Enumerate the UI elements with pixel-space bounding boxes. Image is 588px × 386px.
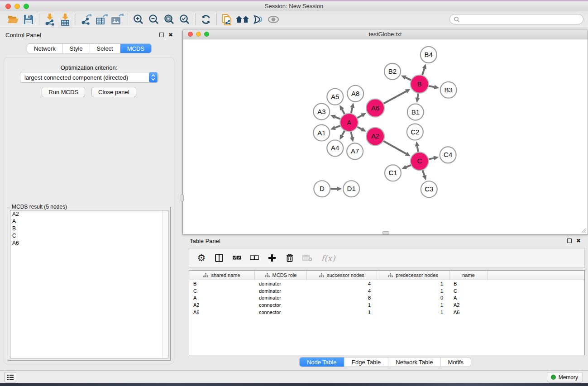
column-header-MCDS-role[interactable]: MCDS role [255, 271, 307, 280]
tab-style[interactable]: Style [63, 44, 90, 53]
close-window-button[interactable] [5, 4, 11, 9]
mcds-result-item[interactable]: C [10, 232, 168, 239]
search-input[interactable] [460, 15, 583, 24]
task-history-button[interactable] [4, 372, 16, 382]
graph-edge-B-B2[interactable] [406, 77, 411, 80]
float-table-panel-icon[interactable] [567, 238, 572, 243]
tab-edge-table[interactable]: Edge Table [344, 357, 388, 367]
table-cell[interactable]: A [189, 295, 255, 300]
mcds-result-item[interactable]: A2 [10, 210, 168, 218]
graph-edge-A2-C[interactable] [383, 141, 406, 154]
table-cell[interactable]: 0 [377, 295, 449, 300]
table-cell[interactable]: 4 [307, 281, 377, 286]
graph-edge-C-C3[interactable] [423, 170, 425, 176]
table-cell[interactable]: 1 [377, 281, 449, 286]
import-network-icon[interactable] [42, 13, 57, 26]
tab-select[interactable]: Select [90, 44, 120, 53]
table-cell[interactable]: 1 [377, 302, 449, 308]
graph-edge-A-A2[interactable] [358, 127, 362, 129]
table-cell[interactable]: 1 [307, 302, 377, 308]
import-table-icon[interactable] [57, 13, 73, 26]
column-header-successor-nodes[interactable]: successor nodes [307, 271, 377, 280]
table-cell[interactable]: dominator [255, 295, 307, 300]
run-mcds-button[interactable]: Run MCDS [42, 87, 85, 97]
mcds-result-item[interactable]: A6 [10, 239, 168, 247]
open-file-icon[interactable] [5, 13, 21, 26]
show-graphics-details-icon[interactable] [250, 13, 266, 26]
show-column-panel-icon[interactable] [212, 251, 226, 265]
select-all-columns-icon[interactable] [230, 251, 244, 265]
create-column-icon[interactable] [265, 251, 279, 265]
graph-edge-B-B3[interactable] [429, 86, 434, 87]
export-network-icon[interactable] [79, 13, 94, 26]
table-cell[interactable]: C [189, 288, 255, 294]
delete-column-trash-icon[interactable] [283, 251, 296, 265]
graph-edge-C-C2[interactable] [417, 146, 418, 152]
graph-edge-A-A1[interactable] [335, 126, 340, 128]
criterion-dropdown[interactable]: largest connected component (directed) [20, 72, 158, 83]
zoom-window-button[interactable] [24, 4, 29, 9]
duplicate-network-icon[interactable] [220, 13, 235, 26]
deselect-all-columns-icon[interactable] [248, 251, 261, 265]
save-session-icon[interactable] [21, 13, 36, 26]
table-cell[interactable]: 8 [307, 295, 377, 300]
table-cell[interactable]: B [449, 281, 488, 286]
tab-motifs[interactable]: Motifs [440, 357, 471, 367]
graph-edge-A-A6[interactable] [358, 115, 362, 118]
table-row[interactable]: A6connector11A6 [189, 309, 584, 316]
graph-edge-A-A8[interactable] [351, 108, 353, 113]
graph-edge-B-B4[interactable] [422, 68, 424, 75]
zoom-in-icon[interactable] [131, 13, 146, 26]
export-image-icon[interactable] [110, 13, 125, 26]
tab-node-table[interactable]: Node Table [300, 357, 344, 367]
search-field[interactable] [449, 14, 583, 24]
refresh-view-icon[interactable] [198, 13, 214, 26]
mcds-result-item[interactable]: A [10, 218, 168, 225]
mcds-result-item[interactable]: B [10, 225, 168, 232]
graph-edge-C-C4[interactable] [429, 158, 434, 159]
tab-network-table[interactable]: Network Table [388, 357, 440, 367]
table-cell[interactable]: A2 [449, 302, 488, 308]
float-panel-icon[interactable] [159, 33, 164, 37]
export-table-icon[interactable] [94, 13, 110, 26]
table-cell[interactable]: 4 [307, 288, 377, 294]
zoom-out-icon[interactable] [146, 13, 162, 26]
graph-edge-A-A7[interactable] [351, 132, 352, 137]
table-mode-gear-icon[interactable]: ⚙ [195, 251, 208, 265]
column-header-shared-name[interactable]: shared name [189, 271, 255, 280]
table-row[interactable]: Adominator80A [189, 295, 584, 302]
table-row[interactable]: A2connector11A2 [189, 301, 584, 309]
network-canvas[interactable]: B4B2BB3B1A5A8A6A3AA1A2A4A7C2CC1C4C3DD1 [183, 40, 587, 234]
zoom-fit-icon[interactable] [162, 13, 177, 26]
graph-edge-C-C1[interactable] [406, 165, 411, 167]
close-network-button[interactable] [188, 32, 193, 37]
close-table-panel-icon[interactable]: ✖ [576, 238, 581, 244]
resize-grip-icon[interactable] [580, 227, 586, 233]
scrollbar-track[interactable] [162, 210, 168, 358]
table-cell[interactable]: 1 [377, 310, 449, 315]
table-cell[interactable]: A6 [449, 310, 488, 315]
tab-network[interactable]: Network [27, 44, 63, 53]
table-cell[interactable]: C [449, 288, 488, 294]
table-cell[interactable]: B [189, 281, 255, 286]
table-row[interactable]: Bdominator41B [189, 280, 584, 287]
minimize-window-button[interactable] [14, 4, 20, 9]
table-cell[interactable]: 1 [307, 310, 377, 315]
graph-edge-A6-B[interactable] [383, 91, 406, 104]
table-cell[interactable]: connector [255, 310, 307, 315]
tab-mcds[interactable]: MCDS [120, 44, 151, 53]
table-row[interactable]: Cdominator41C [189, 287, 584, 295]
column-header-name[interactable]: name [449, 271, 488, 280]
graph-edge-A-A4[interactable] [342, 131, 345, 135]
memory-button[interactable]: Memory [547, 372, 583, 382]
horizontal-split-handle[interactable] [382, 231, 389, 234]
graph-edge-A-A5[interactable] [342, 110, 345, 114]
table-cell[interactable]: dominator [255, 281, 307, 286]
vertical-split-handle[interactable] [181, 195, 184, 201]
table-cell[interactable]: A6 [189, 310, 255, 315]
mcds-result-list[interactable]: A2ABCA6 [10, 210, 168, 358]
graph-edge-B-B1[interactable] [417, 94, 418, 98]
show-hide-panel-eye-icon[interactable] [266, 13, 281, 26]
minimize-network-button[interactable] [196, 32, 201, 37]
graph-edge-A-A3[interactable] [335, 117, 340, 119]
